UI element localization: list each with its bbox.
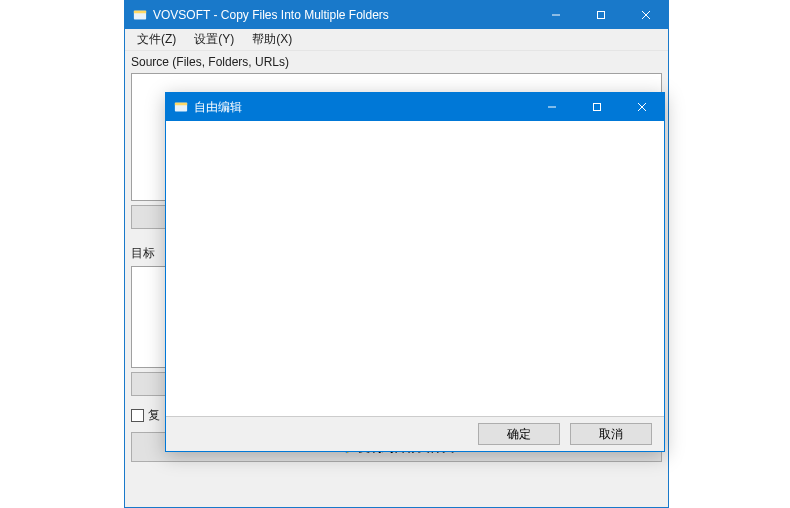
menu-settings[interactable]: 设置(Y) [186, 29, 242, 50]
svg-rect-3 [597, 12, 604, 19]
menu-help[interactable]: 帮助(X) [244, 29, 300, 50]
menu-file[interactable]: 文件(Z) [129, 29, 184, 50]
cancel-button-label: 取消 [599, 426, 623, 443]
main-window-controls [533, 1, 668, 29]
dialog-close-button[interactable] [619, 93, 664, 121]
maximize-button[interactable] [578, 1, 623, 29]
main-titlebar[interactable]: VOVSOFT - Copy Files Into Multiple Folde… [125, 1, 668, 29]
free-edit-textarea[interactable] [166, 121, 664, 416]
checkbox-label: 复 [148, 407, 160, 424]
source-label: Source (Files, Folders, URLs) [131, 55, 662, 69]
dialog-window-controls [529, 93, 664, 121]
svg-rect-9 [593, 104, 600, 111]
dialog-titlebar[interactable]: 自由编辑 [166, 93, 664, 121]
dialog-title: 自由编辑 [194, 99, 529, 116]
dialog-app-icon [174, 100, 188, 114]
svg-rect-1 [134, 11, 146, 14]
dialog-minimize-button[interactable] [529, 93, 574, 121]
checkbox-icon[interactable] [131, 409, 144, 422]
dialog-button-row: 确定 取消 [166, 417, 664, 451]
cancel-button[interactable]: 取消 [570, 423, 652, 445]
app-icon [133, 8, 147, 22]
dialog-maximize-button[interactable] [574, 93, 619, 121]
ok-button-label: 确定 [507, 426, 531, 443]
free-edit-dialog: 自由编辑 确定 取消 [165, 92, 665, 452]
ok-button[interactable]: 确定 [478, 423, 560, 445]
dialog-body: 确定 取消 [166, 121, 664, 451]
main-title: VOVSOFT - Copy Files Into Multiple Folde… [153, 8, 533, 22]
menubar: 文件(Z) 设置(Y) 帮助(X) [125, 29, 668, 51]
close-button[interactable] [623, 1, 668, 29]
svg-rect-7 [175, 103, 187, 106]
minimize-button[interactable] [533, 1, 578, 29]
dialog-textarea-wrap [166, 121, 664, 417]
